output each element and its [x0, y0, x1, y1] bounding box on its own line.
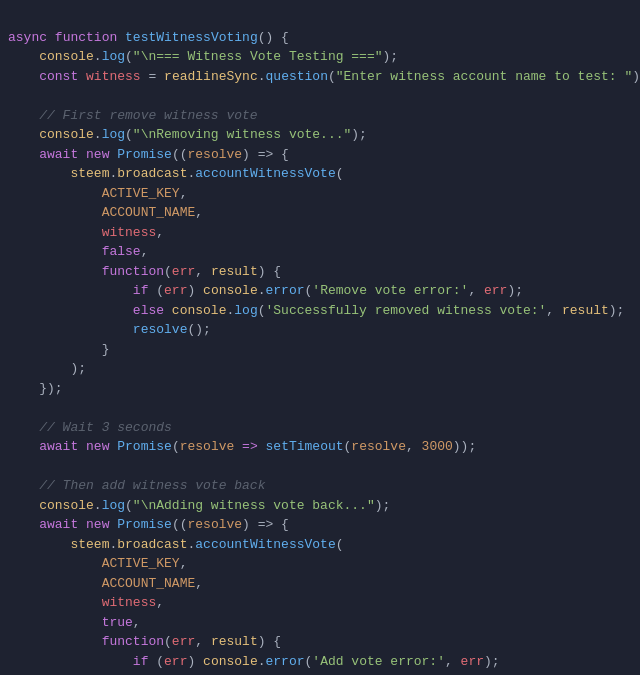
code-editor: async function testWitnessVoting() { con…: [0, 0, 640, 675]
